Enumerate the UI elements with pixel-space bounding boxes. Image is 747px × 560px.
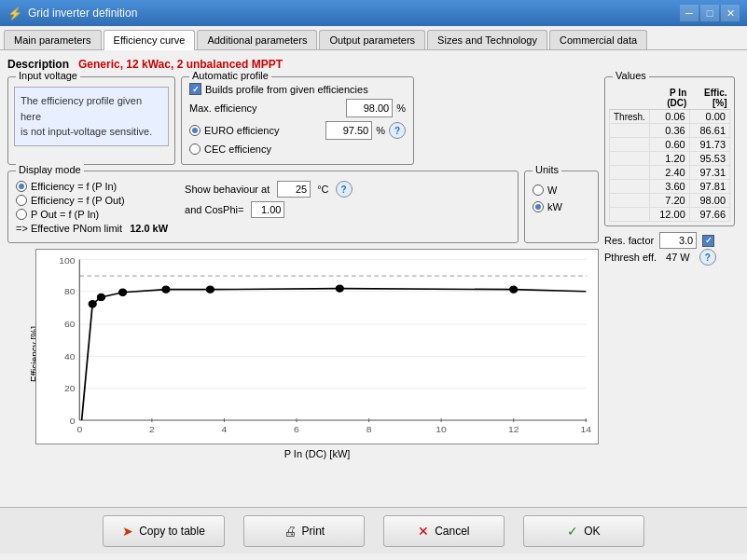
left-content: Input voltage The efficiency profile giv… <box>7 76 599 459</box>
right-panel: Values P In (DC) Effic. [%] Thresh.0.060… <box>604 76 740 459</box>
pthresh-help-button[interactable]: ? <box>699 249 716 266</box>
right-panel-bottom: Res. factor Pthresh eff. 47 W ? <box>604 232 740 266</box>
values-p-cell[interactable]: 2.40 <box>649 166 689 180</box>
svg-text:2: 2 <box>149 424 155 433</box>
values-p-cell[interactable]: 0.36 <box>649 124 689 138</box>
units-w-row: W <box>533 184 590 196</box>
cancel-button[interactable]: ✕ Cancel <box>383 515 505 547</box>
svg-text:8: 8 <box>367 424 372 433</box>
show-value-input[interactable] <box>277 181 311 198</box>
units-box: Units W kW <box>524 171 599 243</box>
pnom-row: => Effective PNom limit 12.0 kW <box>16 223 168 234</box>
tab-output-parameters[interactable]: Output parameters <box>319 30 425 49</box>
display-mode-inner: Efficiency = f (P In) Efficiency = f (P … <box>16 177 510 237</box>
res-factor-checkbox[interactable] <box>702 235 714 247</box>
values-row: 1.2095.53 <box>610 152 730 166</box>
values-eff-cell[interactable]: 97.31 <box>689 166 729 180</box>
values-eff-cell[interactable]: 98.00 <box>689 194 729 208</box>
values-eff-cell[interactable]: 95.53 <box>689 152 729 166</box>
tab-main-parameters[interactable]: Main parameters <box>4 30 102 49</box>
input-voltage-title: Input voltage <box>16 70 80 81</box>
values-thresh-label <box>610 194 650 208</box>
svg-text:12: 12 <box>508 424 519 433</box>
values-p-cell[interactable]: 1.20 <box>649 152 689 166</box>
cosphi-label: and CosPhi= <box>185 204 243 215</box>
efficiency-chart: 0 20 40 60 80 100 120 0 2 4 6 8 10 <box>36 250 598 444</box>
values-eff-cell[interactable]: 86.61 <box>689 124 729 138</box>
main-content: Description Generic, 12 kWac, 2 unbalanc… <box>0 50 747 507</box>
values-eff-cell[interactable]: 91.73 <box>689 138 729 152</box>
input-voltage-box: Input voltage The efficiency profile giv… <box>7 76 175 165</box>
minimize-button[interactable]: ─ <box>680 5 699 21</box>
euro-help-button[interactable]: ? <box>389 122 406 139</box>
values-p-cell[interactable]: 0.60 <box>649 138 689 152</box>
svg-point-37 <box>510 286 518 293</box>
svg-text:20: 20 <box>64 383 76 392</box>
cec-label: CEC efficiency <box>204 143 406 155</box>
close-button[interactable]: ✕ <box>721 5 740 21</box>
maximize-button[interactable]: □ <box>700 5 719 21</box>
values-p-cell[interactable]: 0.06 <box>649 110 689 124</box>
svg-text:100: 100 <box>59 255 76 265</box>
max-eff-input[interactable] <box>346 99 393 117</box>
ok-button[interactable]: ✓ OK <box>523 515 644 547</box>
svg-point-33 <box>119 289 127 295</box>
res-factor-label: Res. factor <box>604 235 654 246</box>
builds-profile-checkbox[interactable] <box>189 83 201 95</box>
cec-radio[interactable] <box>189 143 201 155</box>
max-eff-label: Max. efficiency <box>189 102 342 114</box>
cosphi-input[interactable] <box>251 201 284 218</box>
print-button[interactable]: 🖨 Print <box>243 515 365 547</box>
res-factor-input[interactable] <box>659 232 697 249</box>
print-icon: 🖨 <box>284 524 297 539</box>
tab-efficiency-curve[interactable]: Efficiency curve <box>104 30 196 50</box>
values-thresh-label <box>610 138 650 152</box>
values-thresh-label <box>610 152 650 166</box>
tab-commercial-data[interactable]: Commercial data <box>549 30 647 49</box>
radio-eff-pin-label: Efficiency = f (P In) <box>31 181 117 192</box>
show-label: Show behaviour at <box>185 184 270 195</box>
values-thresh-label <box>610 180 650 194</box>
values-eff-cell[interactable]: 0.00 <box>689 110 729 124</box>
show-help-button[interactable]: ? <box>336 181 353 198</box>
pnom-value: 12.0 kW <box>130 223 168 234</box>
svg-text:40: 40 <box>64 351 76 361</box>
radio-eff-pout[interactable] <box>16 195 27 206</box>
euro-eff-input[interactable] <box>325 121 372 140</box>
tab-sizes-technology[interactable]: Sizes and Technology <box>427 30 547 49</box>
values-row: 2.4097.31 <box>610 166 730 180</box>
svg-text:14: 14 <box>580 424 591 433</box>
pthresh-value: 47 W <box>666 252 690 263</box>
description-value: Generic, 12 kWac, 2 unbalanced MPPT <box>78 58 283 71</box>
radio-pout-pin-label: P Out = f (P In) <box>31 209 99 220</box>
units-w-radio[interactable] <box>533 184 544 196</box>
radio-eff-pin[interactable] <box>16 181 27 192</box>
radio-pout-pin-row: P Out = f (P In) <box>16 209 168 220</box>
svg-text:0: 0 <box>70 417 76 426</box>
pnom-label: => Effective PNom limit <box>16 223 122 234</box>
euro-eff-row: EURO efficiency % ? <box>189 121 406 140</box>
units-kw-label: kW <box>547 201 562 212</box>
euro-eff-unit: % <box>376 125 385 136</box>
svg-text:6: 6 <box>294 424 299 433</box>
cancel-icon: ✕ <box>418 524 429 539</box>
tab-additional-parameters[interactable]: Additional parameters <box>197 30 317 49</box>
values-thresh-label: Thresh. <box>610 110 650 124</box>
radio-pout-pin[interactable] <box>16 209 27 220</box>
values-p-cell[interactable]: 12.00 <box>649 208 689 222</box>
euro-label: EURO efficiency <box>204 125 322 136</box>
values-eff-cell[interactable]: 97.66 <box>689 208 729 222</box>
values-col-thresh <box>610 87 650 110</box>
display-mode-radios: Efficiency = f (P In) Efficiency = f (P … <box>16 181 168 237</box>
values-p-cell[interactable]: 7.20 <box>649 194 689 208</box>
svg-text:4: 4 <box>222 424 228 433</box>
euro-radio[interactable] <box>189 125 201 136</box>
values-p-cell[interactable]: 3.60 <box>649 180 689 194</box>
copy-to-table-button[interactable]: ➤ Copy to table <box>103 515 225 547</box>
values-row: 0.3686.61 <box>610 124 730 138</box>
values-row: Thresh.0.060.00 <box>610 110 730 124</box>
values-eff-cell[interactable]: 97.81 <box>689 180 729 194</box>
units-kw-radio[interactable] <box>533 201 544 212</box>
svg-text:60: 60 <box>64 320 76 329</box>
window-controls: ─ □ ✕ <box>680 5 740 21</box>
